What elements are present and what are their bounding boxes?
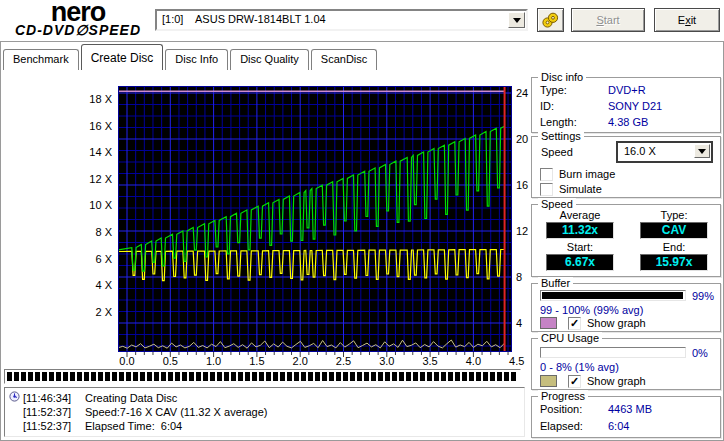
type-label: Type:: [640, 209, 708, 222]
status-log: [11:46:34] Creating Data Disc [11:52:37]…: [4, 387, 525, 437]
elapsed-value: 6:04: [608, 420, 629, 433]
tab-disc-info[interactable]: Disc Info: [165, 49, 228, 70]
buffer-range: 99 - 100% (99% avg): [540, 304, 643, 317]
exit-button[interactable]: Exit: [654, 8, 720, 32]
disc-id-label: ID:: [540, 100, 554, 113]
progress-panel: Progress Position: 4463 MB Elapsed: 6:04: [531, 396, 721, 438]
tab-bar: Benchmark Create Disc Disc Info Disc Qua…: [3, 44, 379, 70]
disc-clock-icon: [9, 391, 23, 405]
cpu-bar: [540, 347, 686, 358]
tab-create-disc[interactable]: Create Disc: [81, 44, 164, 70]
buffer-color-swatch: [540, 317, 557, 329]
axis-tick-label: 14 X: [78, 146, 112, 159]
log-timestamp: [11:52:37]: [23, 405, 85, 419]
start-speed-label: Start:: [546, 241, 614, 254]
axis-tick-label: 10 X: [78, 199, 112, 212]
tab-disc-quality[interactable]: Disc Quality: [230, 49, 309, 70]
tab-scandisc[interactable]: ScanDisc: [311, 49, 377, 70]
axis-tick-label: 8 X: [78, 226, 112, 239]
log-row: [11:52:37] Elapsed Time: 6:04: [9, 419, 522, 433]
toolbar: nero CD-DVD∅SPEED [1:0] ASUS DRW-1814BLT…: [0, 0, 724, 42]
buffer-bar-fill: [542, 292, 683, 299]
burn-image-label: Burn image: [559, 168, 615, 181]
log-row: [11:46:34] Creating Data Disc: [9, 391, 522, 405]
burn-progress-fill: [7, 372, 518, 381]
cpu-range: 0 - 8% (1% avg): [540, 361, 619, 374]
log-message: Speed:7-16 X CAV (11.32 X average): [85, 405, 267, 419]
axis-tick-label: 18 X: [78, 93, 112, 106]
nero-logo-subtitle: CD-DVD∅SPEED: [4, 24, 152, 37]
axis-tick-label: 12 X: [78, 173, 112, 186]
drive-select-value: [1:0] ASUS DRW-1814BLT 1.04: [162, 13, 326, 25]
axis-tick-label: 2 X: [78, 306, 112, 319]
axis-tick-label: 6 X: [78, 253, 112, 266]
disc-type-value: DVD+R: [608, 84, 646, 97]
disc-info-title: Disc info: [538, 71, 586, 84]
axis-tick-label: 4 X: [78, 279, 112, 292]
nero-logo: nero CD-DVD∅SPEED: [4, 0, 152, 37]
start-speed-value: 6.67x: [546, 254, 614, 271]
axis-tick-label: 16 X: [78, 120, 112, 133]
disc-type-label: Type:: [540, 84, 567, 97]
average-speed-value: 11.32x: [546, 222, 614, 239]
tab-benchmark[interactable]: Benchmark: [3, 49, 79, 70]
buffer-show-graph-label: Show graph: [587, 317, 646, 330]
speed-select[interactable]: 16.0 X: [616, 141, 713, 163]
cpu-title: CPU Usage: [538, 332, 602, 345]
buffer-percent: 99%: [692, 290, 714, 303]
speed-select-dropdown-button[interactable]: [694, 144, 710, 158]
drive-select-dropdown-button[interactable]: [508, 12, 525, 28]
speed-type-value: CAV: [640, 222, 708, 239]
buffer-title: Buffer: [538, 277, 573, 290]
disc-logo-icon: ∅: [75, 22, 88, 38]
settings-panel: Settings Speed 16.0 X Burn image Simulat…: [531, 136, 721, 198]
average-label: Average: [546, 209, 614, 222]
eject-button[interactable]: [537, 8, 564, 32]
eject-discs-icon: [541, 12, 560, 29]
burn-image-checkbox[interactable]: [540, 168, 553, 181]
settings-title: Settings: [538, 130, 584, 143]
log-message: Elapsed Time: 6:04: [85, 419, 182, 433]
drive-select[interactable]: [1:0] ASUS DRW-1814BLT 1.04: [155, 9, 528, 31]
cpu-color-swatch: [540, 375, 557, 387]
log-message: Creating Data Disc: [85, 391, 177, 405]
position-value: 4463 MB: [608, 403, 652, 416]
chevron-down-icon: [698, 149, 706, 154]
simulate-label: Simulate: [559, 183, 602, 196]
buffer-panel: Buffer 99% 99 - 100% (99% avg) Show grap…: [531, 283, 721, 332]
buffer-bar: [540, 290, 686, 301]
end-speed-value: 15.97x: [640, 254, 708, 271]
log-timestamp: [11:46:34]: [23, 391, 85, 405]
speed-graph: [118, 86, 512, 358]
position-label: Position:: [540, 403, 582, 416]
disc-length-label: Length:: [540, 116, 577, 129]
nero-logo-wordmark: nero: [4, 0, 152, 24]
cpu-show-graph-label: Show graph: [587, 375, 646, 388]
cpu-usage-panel: CPU Usage 0% 0 - 8% (1% avg) Show graph: [531, 338, 721, 390]
speed-select-value: 16.0 X: [624, 145, 656, 157]
progress-title: Progress: [538, 390, 588, 403]
cpu-show-graph-checkbox[interactable]: [568, 375, 581, 388]
disc-info-panel: Disc info Type: DVD+R ID: SONY D21 Lengt…: [531, 77, 721, 133]
end-speed-label: End:: [640, 241, 708, 254]
start-button[interactable]: Start: [571, 8, 645, 32]
buffer-show-graph-checkbox[interactable]: [568, 317, 581, 330]
speed-panel: Speed Average Type: 11.32x CAV Start: En…: [531, 204, 721, 277]
chevron-down-icon: [513, 18, 521, 23]
cpu-percent: 0%: [692, 347, 708, 360]
burn-progress-bar: [4, 369, 521, 384]
log-row: [11:52:37] Speed:7-16 X CAV (11.32 X ave…: [9, 405, 522, 419]
speed-setting-label: Speed: [541, 146, 573, 159]
nero-cd-dvd-speed-window: nero CD-DVD∅SPEED [1:0] ASUS DRW-1814BLT…: [0, 0, 724, 441]
disc-id-value: SONY D21: [608, 100, 662, 113]
simulate-checkbox[interactable]: [540, 183, 553, 196]
log-timestamp: [11:52:37]: [23, 419, 85, 433]
disc-length-value: 4.38 GB: [608, 116, 648, 129]
elapsed-label: Elapsed:: [540, 420, 583, 433]
